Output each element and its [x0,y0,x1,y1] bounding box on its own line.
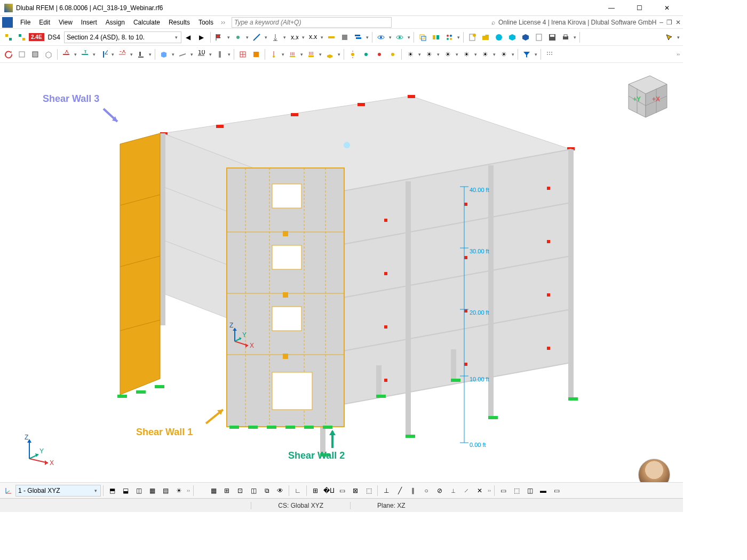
menu-insert[interactable]: Insert [77,18,101,27]
nav-cube-icon[interactable]: +Y +X [618,69,671,121]
sel3-icon[interactable]: ◫ [523,484,536,497]
sun5-icon[interactable]: ☀ [404,48,417,61]
search-go-icon[interactable]: ⌕ [491,19,495,26]
axis-y-icon[interactable]: Y [78,48,91,61]
bt3-icon[interactable]: ◫ [132,484,145,497]
minimize-button[interactable]: — [600,1,623,15]
angle-icon[interactable]: ∟ [291,484,304,497]
cs-icon[interactable] [2,484,15,497]
menu-file[interactable]: File [16,18,35,27]
dim-tool-icon[interactable]: x.xx [306,31,319,44]
layers-icon[interactable] [352,31,364,44]
bt1-icon[interactable]: ⬒ [106,484,118,497]
menu-assign[interactable]: Assign [101,18,129,27]
flag-delete-icon[interactable] [213,31,226,44]
cloud-icon[interactable] [492,31,505,44]
search-input[interactable] [234,19,389,26]
grid5-icon[interactable]: ⧉ [260,484,273,497]
section-3d-icon[interactable] [157,48,170,61]
label-tool-icon[interactable]: x.xx [288,31,300,44]
box-wire-icon[interactable] [15,48,28,61]
close-button[interactable]: ✕ [655,1,679,15]
solid-icon[interactable] [338,31,351,44]
load-line-icon[interactable] [286,48,299,61]
snap-diag-icon[interactable]: ⬚ [362,484,375,497]
eye-view-icon[interactable] [375,31,387,44]
grid-dots-icon[interactable] [543,48,556,61]
cs-combo[interactable]: 1 - Global XYZ▾ [15,485,101,497]
axis-x-icon[interactable]: X [60,48,73,61]
lc-next-icon[interactable] [15,31,28,44]
lc-prev-icon[interactable] [2,31,15,44]
new-icon[interactable] [466,31,479,44]
circle-icon[interactable]: ○ [420,484,433,497]
menu-view[interactable]: View [54,18,77,27]
member-tool-icon[interactable] [250,31,263,44]
sun9-icon[interactable]: ☀ [479,48,491,61]
sun6-icon[interactable]: ☀ [423,48,435,61]
snap-magnet-icon[interactable]: �ⵡ [322,484,335,497]
sun2-icon[interactable] [360,48,372,61]
sel1-icon[interactable]: ▭ [497,484,510,497]
bt2-icon[interactable]: ⬓ [119,484,132,497]
app-menu-icon[interactable] [2,17,13,28]
eye-bottom-icon[interactable]: 👁 [274,484,287,497]
snap-x-icon[interactable]: ⊠ [349,484,362,497]
column-icon[interactable] [213,48,226,61]
search-box[interactable] [232,17,392,28]
block-icon[interactable] [506,31,519,44]
axis-z-icon[interactable]: Z [97,48,110,61]
model-viewport[interactable]: XYZ 40.00 ft 30.00 ft 20.00 ft 10.00 ft … [0,64,683,496]
save-icon[interactable] [546,31,559,44]
sel2-icon[interactable]: ⬚ [510,484,523,497]
menu-calculate[interactable]: Calculate [129,18,164,27]
perp-icon[interactable]: ⟂ [447,484,459,497]
int-icon[interactable]: ✕ [473,484,486,497]
mdi-minimize-icon[interactable]: – [659,19,663,26]
sun4-icon[interactable] [386,48,399,61]
snap-grid-icon[interactable]: ⊞ [309,484,322,497]
ext-icon[interactable]: ⟋ [460,484,473,497]
ortho-icon[interactable]: ⊥ [380,484,393,497]
bt4-icon[interactable]: ▦ [146,484,158,497]
bt5-icon[interactable]: ▤ [159,484,172,497]
doc-icon[interactable] [533,31,545,44]
maximize-button[interactable]: ☐ [627,1,651,15]
menu-tools[interactable]: Tools [194,18,218,27]
menu-edit[interactable]: Edit [35,18,54,27]
plane-icon[interactable] [176,48,189,61]
mesh1-icon[interactable] [236,48,249,61]
section-combo[interactable]: Section 2.4 (ASD), 8. to 10. ▾ [64,31,181,43]
ruler-icon[interactable] [325,31,338,44]
db-icon[interactable] [519,31,532,44]
sun8-icon[interactable]: ☀ [460,48,473,61]
box-persp-icon[interactable] [42,48,55,61]
menu-overflow-icon[interactable]: ›› [218,19,228,26]
filter-icon[interactable] [520,48,533,61]
sel5-icon[interactable]: ▭ [550,484,563,497]
load-area-icon[interactable] [305,48,317,61]
print-icon[interactable] [559,31,572,44]
grid1-icon[interactable]: ▦ [207,484,220,497]
support-tool-icon[interactable] [269,31,282,44]
sel4-icon[interactable]: ▬ [537,484,550,497]
nav-left-icon[interactable]: ◀ [182,31,195,44]
box-solid-icon[interactable] [29,48,42,61]
microscope-icon[interactable] [134,48,147,61]
axis-neg-x-icon[interactable]: -X [116,48,129,61]
grid4-icon[interactable]: ◫ [247,484,260,497]
tangent-icon[interactable]: ⊘ [433,484,446,497]
sun10-icon[interactable]: ☀ [497,48,510,61]
mdi-restore-icon[interactable]: ❐ [666,19,672,26]
menu-results[interactable]: Results [164,18,194,27]
sun1-icon[interactable] [346,48,359,61]
undo-loop-icon[interactable] [2,48,15,61]
nav-right-icon[interactable]: ▶ [195,31,208,44]
parallel-icon[interactable]: ∥ [407,484,419,497]
scale-icon[interactable]: 10 [195,48,208,61]
node-tool-icon[interactable] [232,31,244,44]
load-point-icon[interactable] [267,48,280,61]
snap-rect-icon[interactable]: ▭ [336,484,348,497]
mdi-close-icon[interactable]: ✕ [676,19,681,26]
line-icon[interactable]: ╱ [393,484,406,497]
